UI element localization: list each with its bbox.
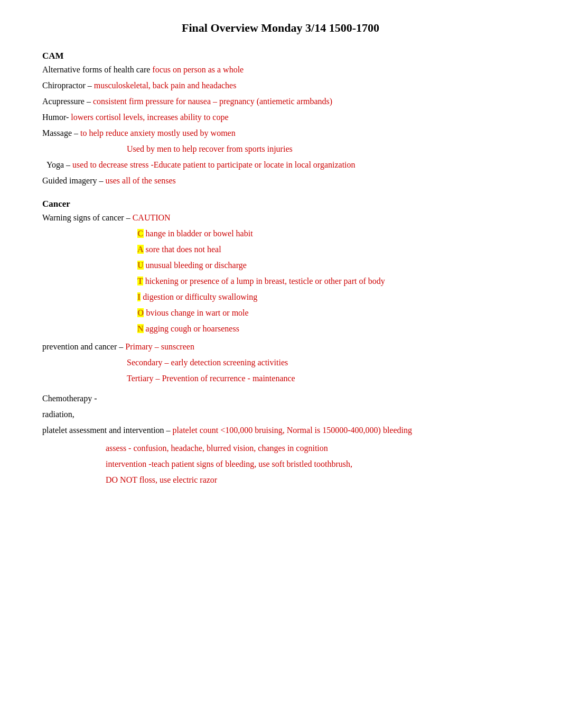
prevention-tertiary: Tertiary – Prevention of recurrence - ma… [127,374,295,383]
guided-line: Guided imagery – uses all of the senses [42,174,519,187]
acupressure-label: Acupressure [42,97,85,106]
platelet-line: platelet assessment and intervention – p… [42,424,519,437]
massage-line: Massage – to help reduce anxiety mostly … [42,127,519,140]
humor-label: Humor- [42,113,71,122]
caution-rest: unusual bleeding or discharge [144,261,247,270]
caution-rest: sore that does not heal [144,245,221,254]
caution-letter: C [137,229,144,238]
caution-item: I digestion or difficulty swallowing [137,291,519,303]
chiro-label: Chiropractor [42,81,86,90]
humor-line: Humor- lowers cortisol levels, increases… [42,111,519,124]
caution-item: C hange in bladder or bowel habit [137,227,519,240]
caution-rest: agging cough or hoarseness [144,324,239,333]
yoga-line: Yoga – used to decrease stress -Educate … [46,159,519,171]
guided-value: uses all of the senses [106,176,176,185]
guided-label: Guided imagery [42,176,97,185]
page-title: Final Overview Monday 3/14 1500-1700 [42,21,519,35]
massage-dash: – [74,128,80,137]
assess-line: assess - confusion, headache, blurred vi… [106,442,519,455]
caution-item: O bvious change in wart or mole [137,307,519,319]
caution-list: C hange in bladder or bowel habitA sore … [137,227,519,335]
alt-forms-value: focus on person as a whole [152,65,244,74]
caution-rest: hickening or presence of a lump in breas… [143,277,385,285]
acupressure-dash: – [87,97,93,106]
cam-heading: CAM [42,51,519,61]
alt-forms-label: Alternative forms of health care [42,65,150,74]
caution-item: N agging cough or hoarseness [137,322,519,335]
platelet-label: platelet assessment and intervention – [42,426,171,435]
massage-label: Massage [42,128,72,137]
yoga-dash: – [66,160,72,169]
prevention-label: prevention and cancer – [42,342,123,351]
prevention-tertiary-line: Tertiary – Prevention of recurrence - ma… [127,372,519,385]
prevention-secondary: Secondary – early detection screening ac… [127,358,288,367]
chiro-line: Chiropractor – musculoskeletal, back pai… [42,79,519,92]
radiation-line: radiation, [42,408,519,421]
massage-value: to help reduce anxiety mostly used by wo… [80,128,236,137]
guided-dash: – [99,176,106,185]
caution-item: A sore that does not heal [137,243,519,256]
intervention-value: intervention -teach patient signs of ble… [106,459,352,468]
intervention-line: intervention -teach patient signs of ble… [106,458,519,471]
massage-indent-line: Used by men to help recover from sports … [127,143,519,155]
acupressure-line: Acupressure – consistent firm pressure f… [42,95,519,108]
radiation-label: radiation, [42,410,74,419]
chemo-line: Chemotherapy - [42,392,519,405]
platelet-value: platelet count <100,000 bruising, Normal… [173,426,412,435]
caution-letter: N [137,324,144,333]
chemo-label: Chemotherapy - [42,394,97,403]
caution-letter: O [137,308,144,317]
prevention-line: prevention and cancer – Primary – sunscr… [42,340,519,353]
chiro-dash: – [88,81,94,90]
caution-rest: hange in bladder or bowel habit [144,229,253,238]
chiro-value: musculoskeletal, back pain and headaches [94,81,237,90]
caution-letter: A [137,245,144,254]
caution-letter: U [137,261,144,270]
acupressure-value: consistent firm pressure for nausea – pr… [93,97,332,106]
warning-line: Warning signs of cancer – CAUTION [42,211,519,224]
prevention-secondary-line: Secondary – early detection screening ac… [127,356,519,369]
warning-label: Warning signs of cancer – [42,213,130,222]
alt-forms-line: Alternative forms of health care focus o… [42,63,519,76]
caution-letter: T [137,277,143,285]
donot-value: DO NOT floss, use electric razor [106,475,217,484]
yoga-value: used to decrease stress -Educate patient… [72,160,355,169]
prevention-primary: Primary – sunscreen [125,342,194,351]
yoga-label: Yoga [46,160,64,169]
assess-value: assess - confusion, headache, blurred vi… [106,444,328,453]
caution-rest: digestion or difficulty swallowing [141,292,257,301]
donot-line: DO NOT floss, use electric razor [106,474,519,486]
caution-label: CAUTION [133,213,171,222]
caution-rest: bvious change in wart or mole [144,308,248,317]
caution-item: T hickening or presence of a lump in bre… [137,275,519,288]
cancer-heading: Cancer [42,199,519,209]
humor-value: lowers cortisol levels, increases abilit… [71,113,228,122]
massage-indent-value: Used by men to help recover from sports … [127,144,293,153]
caution-item: U unusual bleeding or discharge [137,259,519,272]
